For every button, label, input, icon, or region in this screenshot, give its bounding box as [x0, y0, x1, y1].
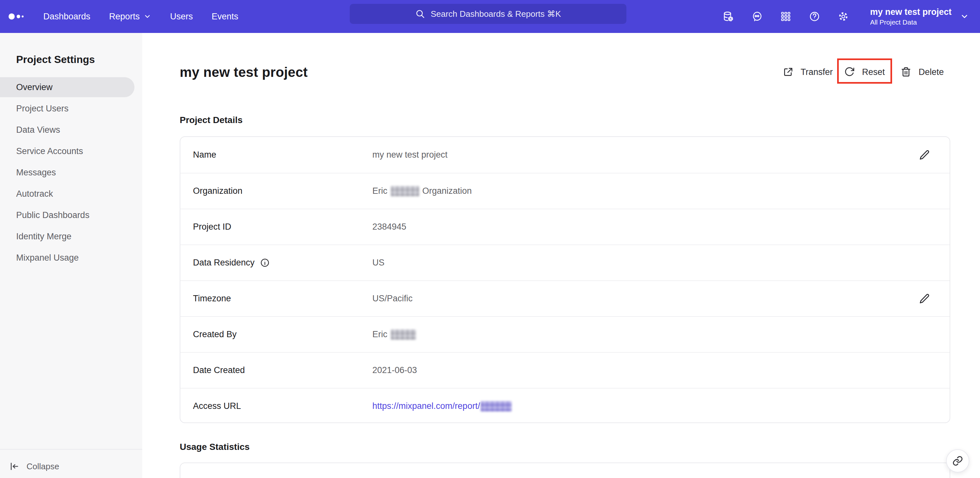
sidebar-item-identity-merge[interactable]: Identity Merge	[0, 226, 134, 246]
pencil-icon	[919, 293, 930, 305]
row-value: my new test project	[372, 150, 448, 160]
edit-timezone-button[interactable]	[917, 292, 932, 306]
project-settings-page: Dashboards Reports Users Events Search D…	[0, 0, 980, 478]
detail-row-organization: Organization Eric Organization	[180, 173, 950, 209]
sidebar-item-label: Data Views	[16, 125, 60, 135]
row-label: Name	[193, 150, 216, 160]
sidebar-item-label: Mixpanel Usage	[16, 253, 79, 263]
row-value-prefix: https://mixpanel.com/report/	[372, 401, 480, 411]
nav-item-label: Reports	[109, 12, 140, 22]
project-switcher[interactable]: my new test project All Project Data	[870, 7, 969, 26]
sidebar-item-messages[interactable]: Messages	[0, 162, 134, 183]
pencil-icon	[919, 149, 930, 161]
sidebar-item-label: Service Accounts	[16, 146, 83, 156]
sidebar-item-label: Autotrack	[16, 189, 53, 199]
nav-item-reports[interactable]: Reports	[109, 12, 151, 22]
sidebar-item-mixpanel-usage[interactable]: Mixpanel Usage	[0, 248, 134, 268]
detail-row-project-id: Project ID 2384945	[180, 209, 950, 245]
detail-row-data-residency: Data Residency US	[180, 245, 950, 280]
row-value-prefix: Eric	[372, 186, 388, 196]
sidebar-item-label: Messages	[16, 168, 56, 178]
access-url-link[interactable]: https://mixpanel.com/report/	[372, 401, 515, 411]
edit-name-button[interactable]	[917, 148, 932, 162]
sidebar-item-label: Identity Merge	[16, 232, 72, 241]
sidebar-item-autotrack[interactable]: Autotrack	[0, 184, 134, 204]
reset-button[interactable]: Reset	[844, 61, 885, 83]
row-label: Project ID	[193, 222, 231, 232]
transfer-button-label: Transfer	[800, 67, 833, 77]
sidebar-item-label: Overview	[16, 83, 52, 92]
reset-button-label: Reset	[862, 67, 885, 77]
row-value: 2384945	[372, 222, 406, 232]
delete-button-label: Delete	[919, 67, 944, 77]
row-value-suffix: Organization	[422, 186, 472, 196]
sidebar-item-overview[interactable]: Overview	[0, 77, 134, 97]
apps-grid-icon[interactable]	[780, 11, 792, 22]
detail-row-timezone: Timezone US/Pacific	[180, 280, 950, 316]
settings-sidebar: Project Settings Overview Project Users …	[0, 33, 142, 478]
row-value: US/Pacific	[372, 294, 413, 303]
messages-bubble-icon[interactable]	[751, 11, 763, 22]
sidebar-item-project-users[interactable]: Project Users	[0, 98, 134, 119]
sidebar-item-public-dashboards[interactable]: Public Dashboards	[0, 205, 134, 225]
data-management-icon[interactable]	[722, 11, 734, 22]
sidebar-item-data-views[interactable]: Data Views	[0, 120, 134, 140]
nav-item-events[interactable]: Events	[212, 12, 239, 22]
data-residency-info-button[interactable]	[260, 258, 270, 268]
collapse-left-icon	[9, 461, 19, 472]
trash-icon	[900, 67, 912, 78]
page-header: my new test project	[180, 59, 950, 85]
project-switcher-subtitle: All Project Data	[870, 18, 951, 26]
row-label: Organization	[193, 186, 242, 196]
global-search-input[interactable]: Search Dashboards & Reports ⌘K	[350, 4, 627, 24]
chevron-down-icon	[960, 12, 969, 21]
nav-item-label: Events	[212, 12, 239, 22]
transfer-button[interactable]: Transfer	[783, 61, 833, 83]
share-link-fab[interactable]	[946, 449, 969, 473]
nav-item-label: Users	[170, 12, 193, 22]
sidebar-collapse-button[interactable]: Collapse	[9, 458, 59, 475]
detail-row-created-by: Created By Eric	[180, 316, 950, 352]
sidebar-item-service-accounts[interactable]: Service Accounts	[0, 141, 134, 161]
search-icon	[415, 9, 425, 19]
detail-row-name: Name my new test project	[180, 137, 950, 173]
redacted-text	[480, 401, 512, 411]
project-switcher-name: my new test project	[870, 7, 951, 17]
sidebar-item-label: Project Users	[16, 104, 68, 114]
delete-button[interactable]: Delete	[900, 61, 944, 83]
refresh-icon	[844, 67, 855, 78]
row-label: Timezone	[193, 294, 231, 303]
sidebar-item-label: Public Dashboards	[16, 210, 89, 220]
chevron-down-icon	[143, 13, 151, 21]
search-placeholder: Search Dashboards & Reports ⌘K	[431, 9, 561, 19]
row-value-prefix: Eric	[372, 329, 388, 340]
settings-gear-icon[interactable]	[837, 11, 849, 22]
nav-item-dashboards[interactable]: Dashboards	[43, 12, 91, 22]
row-label: Date Created	[193, 365, 245, 375]
row-value: 2021-06-03	[372, 365, 417, 375]
link-icon	[952, 456, 963, 466]
external-link-icon	[783, 67, 794, 78]
usage-statistics-card	[180, 462, 950, 478]
top-navigation-bar: Dashboards Reports Users Events Search D…	[0, 0, 980, 33]
project-details-heading: Project Details	[180, 115, 243, 125]
project-switcher-text: my new test project All Project Data	[870, 7, 951, 26]
nav-item-label: Dashboards	[43, 12, 91, 22]
sidebar-divider	[0, 449, 142, 449]
mixpanel-logo[interactable]	[8, 10, 27, 23]
sidebar-title: Project Settings	[16, 54, 95, 65]
usage-statistics-heading: Usage Statistics	[180, 442, 250, 452]
detail-row-access-url: Access URL https://mixpanel.com/report/	[180, 388, 950, 424]
nav-right-group: my new test project All Project Data	[722, 0, 969, 33]
help-icon[interactable]	[809, 11, 820, 22]
row-value: US	[372, 258, 385, 268]
redacted-text	[391, 186, 419, 196]
nav-left-group: Dashboards Reports Users Events	[8, 0, 257, 33]
collapse-label: Collapse	[27, 462, 59, 472]
project-details-card: Name my new test project Organization Er…	[180, 136, 950, 423]
nav-item-users[interactable]: Users	[170, 12, 193, 22]
detail-row-date-created: Date Created 2021-06-03	[180, 352, 950, 388]
row-label: Data Residency	[193, 258, 255, 268]
redacted-text	[391, 329, 416, 340]
page-title: my new test project	[180, 65, 308, 80]
